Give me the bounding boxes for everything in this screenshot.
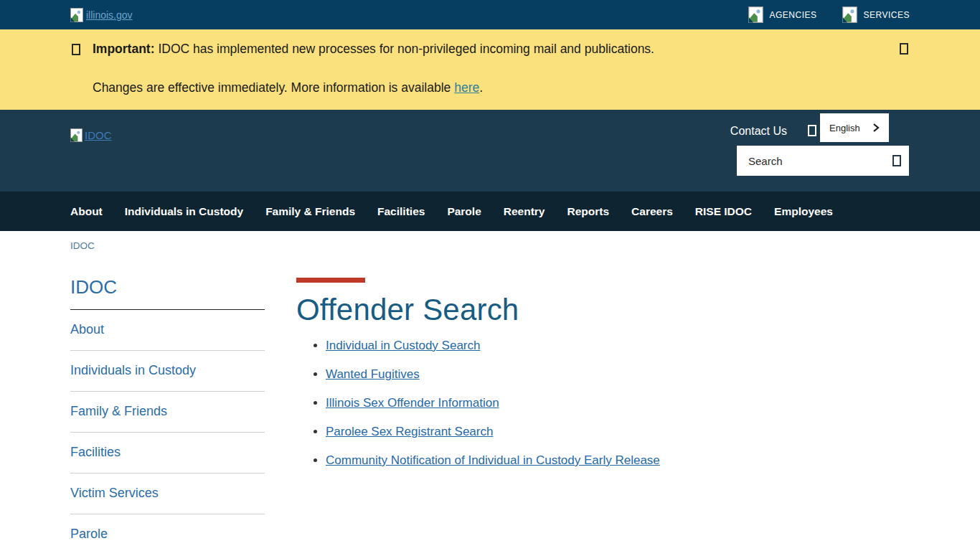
nav-item-about[interactable]: About (70, 205, 103, 218)
alert-line-2-period: . (479, 80, 483, 95)
broken-image-icon (70, 128, 83, 142)
contact-us-link[interactable]: Contact Us (730, 125, 787, 138)
link-wanted-fugitives[interactable]: Wanted Fugitives (326, 367, 420, 381)
idoc-logo-link[interactable]: IDOC (70, 128, 112, 142)
site-header: IDOC Contact Us English (0, 110, 980, 192)
nav-item-parole[interactable]: Parole (447, 205, 481, 218)
sidebar-item-parole[interactable]: Parole (70, 514, 265, 551)
primary-nav: About Individuals in Custody Family & Fr… (0, 192, 980, 231)
idoc-alt-text: IDOC (85, 129, 112, 141)
nav-item-rise-idoc[interactable]: RISE IDOC (695, 205, 752, 218)
sidebar-item-about[interactable]: About (70, 310, 265, 351)
alert-important-prefix: Important: (93, 42, 155, 56)
page-title: Offender Search (296, 293, 660, 327)
utility-bar-links: AGENCIES SERVICES (748, 6, 910, 23)
search-icon (892, 155, 901, 166)
sidebar-nav: IDOC About Individuals in Custody Family… (70, 276, 265, 551)
alert-line-2-text: Changes are effective immediately. More … (93, 80, 454, 95)
illinois-gov-logo-link[interactable]: illinois.gov (70, 8, 133, 22)
link-parolee-sex-registrant-search[interactable]: Parolee Sex Registrant Search (326, 425, 493, 438)
utility-bar: illinois.gov AGENCIES SERVICES (0, 0, 980, 29)
agencies-label: AGENCIES (770, 10, 817, 20)
broken-image-icon (842, 6, 858, 23)
sidebar-item-facilities[interactable]: Facilities (70, 433, 265, 474)
nav-item-family-friends[interactable]: Family & Friends (265, 205, 355, 218)
services-label: SERVICES (864, 10, 910, 20)
page-content: IDOC IDOC About Individuals in Custody F… (0, 231, 980, 551)
list-item: Illinois Sex Offender Information (326, 396, 660, 410)
close-icon (900, 43, 908, 55)
list-item: Wanted Fugitives (326, 367, 660, 382)
services-link[interactable]: SERVICES (842, 6, 910, 23)
sidebar-item-individuals-in-custody[interactable]: Individuals in Custody (70, 351, 265, 392)
list-item: Community Notification of Individual in … (326, 453, 660, 468)
alert-close-button[interactable] (900, 43, 908, 57)
nav-item-employees[interactable]: Employees (774, 205, 833, 218)
list-item: Individual in Custody Search (326, 339, 660, 353)
alert-here-link[interactable]: here (454, 80, 479, 95)
title-accent-bar (296, 278, 365, 283)
search-input[interactable] (747, 154, 892, 168)
globe-icon (808, 125, 816, 136)
alert-icon (72, 44, 80, 55)
alert-line-2: Changes are effective immediately. More … (93, 80, 654, 95)
chevron-right-icon (872, 123, 880, 133)
language-selector[interactable]: English (820, 113, 889, 142)
alert-message: Important: IDOC has implemented new proc… (93, 42, 654, 95)
agencies-link[interactable]: AGENCIES (748, 6, 817, 23)
breadcrumb[interactable]: IDOC (70, 240, 95, 251)
broken-image-icon (70, 8, 83, 22)
nav-item-individuals-in-custody[interactable]: Individuals in Custody (125, 205, 243, 218)
link-community-notification-early-release[interactable]: Community Notification of Individual in … (326, 453, 660, 467)
sidebar-item-family-friends[interactable]: Family & Friends (70, 392, 265, 433)
main-content: Offender Search Individual in Custody Se… (296, 276, 660, 551)
illinois-gov-alt-text: illinois.gov (86, 9, 133, 21)
site-search (737, 146, 909, 176)
language-selected-label: English (829, 123, 860, 133)
nav-item-reentry[interactable]: Reentry (504, 205, 545, 218)
nav-item-careers[interactable]: Careers (631, 205, 673, 218)
alert-banner: Important: IDOC has implemented new proc… (0, 29, 980, 110)
link-individual-in-custody-search[interactable]: Individual in Custody Search (326, 339, 480, 352)
link-illinois-sex-offender-information[interactable]: Illinois Sex Offender Information (326, 396, 499, 410)
sidebar-item-victim-services[interactable]: Victim Services (70, 474, 265, 514)
broken-image-icon (748, 6, 764, 23)
search-submit-button[interactable] (892, 155, 901, 166)
list-item: Parolee Sex Registrant Search (326, 425, 660, 439)
nav-item-reports[interactable]: Reports (567, 205, 609, 218)
sidebar-title-idoc[interactable]: IDOC (70, 276, 265, 310)
nav-item-facilities[interactable]: Facilities (377, 205, 425, 218)
alert-line-1-text: IDOC has implemented new processes for n… (155, 42, 654, 56)
offender-search-links: Individual in Custody Search Wanted Fugi… (296, 339, 660, 468)
alert-line-1: Important: IDOC has implemented new proc… (93, 42, 654, 57)
